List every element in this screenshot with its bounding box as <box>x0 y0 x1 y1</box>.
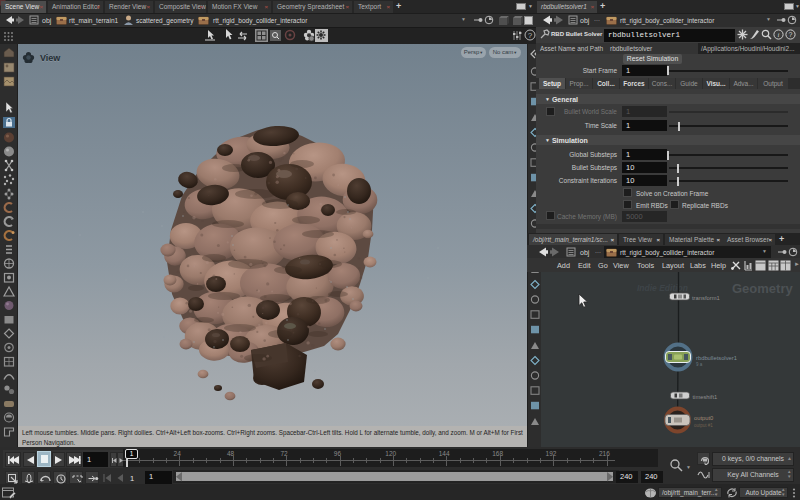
svg-text:output #1: output #1 <box>694 423 713 428</box>
svg-text:transform1: transform1 <box>692 295 720 301</box>
svg-text:Geometry: Geometry <box>732 281 793 296</box>
svg-text:?: ? <box>789 31 793 38</box>
svg-text:Indie Edition: Indie Edition <box>637 283 688 293</box>
svg-text:?: ? <box>528 31 533 40</box>
svg-text:timeshift1: timeshift1 <box>693 394 718 400</box>
svg-text:output0: output0 <box>694 415 713 421</box>
svg-text:i: i <box>778 31 780 39</box>
svg-text:9 a: 9 a <box>696 362 703 367</box>
svg-text:rbdbulletsolver1: rbdbulletsolver1 <box>696 355 737 361</box>
